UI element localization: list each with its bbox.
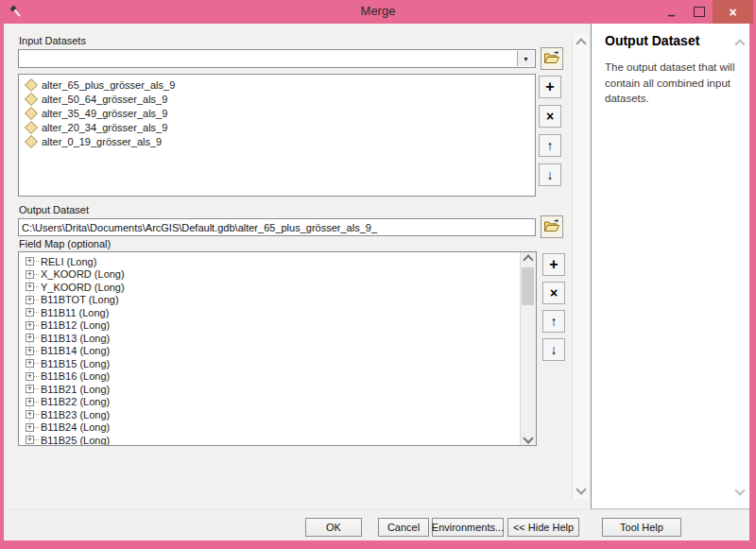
field-map-row[interactable]: +Y_KOORD (Long) <box>19 281 520 294</box>
tree-expand-icon[interactable]: + <box>26 359 34 368</box>
field-map-row[interactable]: +B11B22 (Long) <box>19 396 520 409</box>
field-map-row[interactable]: +B11B21 (Long) <box>19 383 520 396</box>
tree-expand-icon[interactable]: + <box>26 423 34 432</box>
add-field-button[interactable]: + <box>542 253 565 276</box>
close-button[interactable]: × <box>713 0 753 24</box>
tree-expand-icon[interactable]: + <box>26 372 34 381</box>
field-label: X_KOORD (Long) <box>41 268 125 280</box>
input-dataset-label: alter_20_34_grösser_als_9 <box>42 122 167 133</box>
tree-rows: +RELI (Long) +X_KOORD (Long) +Y_KOORD (L… <box>19 255 520 446</box>
scroll-down-button[interactable] <box>573 482 589 497</box>
chevron-down-icon <box>734 485 745 495</box>
field-map-row[interactable]: +B11B23 (Long) <box>19 408 520 421</box>
chevron-up-icon <box>734 39 745 49</box>
titlebar[interactable]: Merge – × <box>0 0 756 24</box>
scrollbar-thumb[interactable] <box>522 267 534 305</box>
tree-expand-icon[interactable]: + <box>26 270 34 279</box>
field-map-row[interactable]: +B11B13 (Long) <box>19 332 520 345</box>
tree-expand-icon[interactable]: + <box>26 347 34 355</box>
tree-expand-icon[interactable]: + <box>26 308 34 317</box>
output-dataset-input[interactable] <box>18 218 536 236</box>
footer-bar: OK Cancel Environments... << Hide Help T… <box>4 509 749 540</box>
input-dataset-label: alter_65_plus_grösser_als_9 <box>42 79 175 91</box>
hide-help-button[interactable]: << Hide Help <box>507 518 579 537</box>
cancel-button[interactable]: Cancel <box>378 518 429 537</box>
maximize-icon <box>694 7 705 17</box>
field-map-row[interactable]: +B11B15 (Long) <box>19 357 520 370</box>
tree-expand-icon[interactable]: + <box>26 321 34 330</box>
tool-help-button[interactable]: Tool Help <box>602 518 681 537</box>
combobox-dropdown-button[interactable]: ▼ <box>517 51 534 66</box>
tree-connector <box>34 427 39 428</box>
input-dataset-row[interactable]: alter_20_34_grösser_als_9 <box>19 120 535 134</box>
input-dataset-row[interactable]: alter_0_19_grösser_als_9 <box>19 134 535 148</box>
field-label: B11B21 (Long) <box>41 384 110 395</box>
maximize-button[interactable] <box>685 0 713 24</box>
scroll-up-button[interactable] <box>521 252 536 266</box>
tree-expand-icon[interactable]: + <box>26 283 34 291</box>
open-folder-icon <box>543 51 560 66</box>
field-map-tree[interactable]: +RELI (Long) +X_KOORD (Long) +Y_KOORD (L… <box>18 251 537 446</box>
input-dataset-label: alter_0_19_grösser_als_9 <box>42 136 162 147</box>
field-label: B11B12 (Long) <box>41 319 110 331</box>
add-dataset-button[interactable]: + <box>539 76 561 98</box>
field-map-scrollbar[interactable] <box>520 252 536 445</box>
output-browse-button[interactable] <box>541 215 563 238</box>
open-folder-icon <box>543 219 560 234</box>
tree-expand-icon[interactable]: + <box>26 296 34 304</box>
field-label: B11B25 (Long) <box>41 435 110 446</box>
field-down-button[interactable]: ↓ <box>542 338 565 361</box>
tree-expand-icon[interactable]: + <box>26 398 34 406</box>
input-datasets-combobox[interactable]: ▼ <box>18 49 536 68</box>
remove-dataset-button[interactable]: × <box>539 105 561 128</box>
field-map-row[interactable]: +X_KOORD (Long) <box>19 268 520 282</box>
field-label: B11B16 (Long) <box>41 370 110 382</box>
field-label: B11BTOT (Long) <box>41 294 119 305</box>
input-browse-button[interactable] <box>541 47 563 70</box>
move-down-button[interactable]: ↓ <box>539 163 561 186</box>
tree-expand-icon[interactable]: + <box>26 257 34 266</box>
field-map-row[interactable]: +B11B25 (Long) <box>19 434 520 446</box>
input-dataset-row[interactable]: alter_65_plus_grösser_als_9 <box>19 77 535 92</box>
field-up-button[interactable]: ↑ <box>542 310 565 333</box>
field-label: Y_KOORD (Long) <box>41 282 125 293</box>
polygon-dataset-icon <box>25 134 38 147</box>
tree-connector <box>34 274 39 275</box>
window-controls: – × <box>658 0 753 24</box>
tree-connector <box>34 312 39 313</box>
polygon-dataset-icon <box>25 92 38 105</box>
scroll-down-button[interactable] <box>521 431 536 445</box>
remove-field-button[interactable]: × <box>542 282 565 304</box>
field-label: B11B22 (Long) <box>41 396 110 407</box>
field-label: B11B15 (Long) <box>41 358 110 369</box>
field-map-row[interactable]: +RELI (Long) <box>19 255 520 268</box>
field-map-row[interactable]: +B11B24 (Long) <box>19 421 520 435</box>
field-label: RELI (Long) <box>41 256 96 267</box>
field-map-row[interactable]: +B11B11 (Long) <box>19 306 520 319</box>
environments-button[interactable]: Environments... <box>432 518 504 537</box>
input-dataset-row[interactable]: alter_35_49_grösser_als_9 <box>19 106 535 120</box>
field-map-row[interactable]: +B11B14 (Long) <box>19 345 520 358</box>
tree-connector <box>34 363 39 364</box>
minimize-button[interactable]: – <box>658 0 685 24</box>
help-text: The output dataset that will contain all… <box>605 60 743 107</box>
form-scrollbar[interactable] <box>572 34 589 499</box>
field-map-row[interactable]: +B11B16 (Long) <box>19 370 520 384</box>
help-scroll-up[interactable] <box>736 39 744 50</box>
input-dataset-row[interactable]: alter_50_64_grösser_als_9 <box>19 92 535 106</box>
move-up-button[interactable]: ↑ <box>539 134 561 157</box>
scroll-up-button[interactable] <box>573 36 589 51</box>
help-scroll-down[interactable] <box>736 485 744 496</box>
field-map-row[interactable]: +B11BTOT (Long) <box>19 294 520 307</box>
input-datasets-label: Input Datasets <box>19 35 86 46</box>
tree-expand-icon[interactable]: + <box>26 436 34 444</box>
tree-expand-icon[interactable]: + <box>26 385 34 393</box>
input-datasets-list[interactable]: alter_65_plus_grösser_als_9 alter_50_64_… <box>18 74 536 197</box>
ok-button[interactable]: OK <box>305 518 362 537</box>
field-map-row[interactable]: +B11B12 (Long) <box>19 319 520 333</box>
tree-connector <box>34 261 39 262</box>
tree-expand-icon[interactable]: + <box>26 410 34 419</box>
input-dataset-label: alter_50_64_grösser_als_9 <box>42 94 167 105</box>
polygon-dataset-icon <box>25 106 38 119</box>
tree-expand-icon[interactable]: + <box>26 334 34 342</box>
